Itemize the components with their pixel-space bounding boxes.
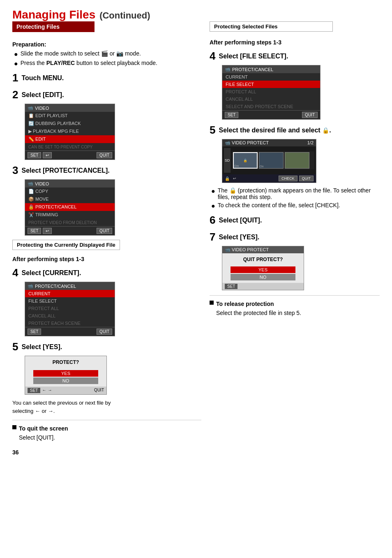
release-protection-section: To release protection Select the protect…: [210, 301, 380, 316]
step-1-row: 1 Touch MENU.: [12, 72, 201, 84]
step-4-current-row: 4 Select [CURRENT].: [12, 266, 201, 279]
current-menu-footer: SET QUIT: [25, 327, 115, 336]
vprotect-main: SD 🔒 Om On: [222, 146, 316, 174]
set-btn-current[interactable]: SET: [28, 329, 41, 335]
fs-menu-footer: SET QUIT: [222, 110, 320, 119]
fs-menu-item-select-protect-scene[interactable]: SELECT AND PROTECT SCENE: [222, 103, 320, 110]
fs-quit-btn[interactable]: QUIT: [302, 112, 318, 118]
yes-option[interactable]: YES: [33, 370, 98, 377]
left-column: Protecting Files Preparation: ● Slide th…: [12, 21, 201, 456]
menu-item-cancel-all[interactable]: CANCEL ALL: [25, 312, 115, 320]
fs-menu-item-protect-all[interactable]: PROTECT ALL: [222, 88, 320, 95]
set-footer-btn[interactable]: SET: [28, 388, 40, 393]
right-column: Protecting Selected Files After performi…: [210, 21, 380, 456]
thumb-3[interactable]: [285, 152, 309, 169]
preparation-label: Preparation:: [12, 41, 201, 48]
vprotect-footer: 🔒 ↩ CHECK QUIT: [222, 174, 316, 183]
quit-dialog-title: 📹 VIDEO PROTECT: [222, 246, 304, 253]
back-btn[interactable]: ↩: [43, 228, 52, 234]
no-option[interactable]: NO: [33, 377, 98, 384]
step-3-row: 3 Select [PROTECT/CANCEL].: [12, 164, 201, 177]
menu-item-current[interactable]: CURRENT: [25, 290, 115, 297]
protecting-selected-files-header: Protecting Selected Files: [210, 21, 380, 35]
page-number: 36: [12, 449, 201, 456]
currently-displayed-section: Protecting the Currently Displayed File …: [12, 240, 201, 415]
current-menu: 📹 PROTECT/CANCEL CURRENT FILE SELECT PRO…: [25, 282, 115, 336]
divider-1: [12, 420, 201, 420]
menu-item-protect-video: PROTECT VIDEO FROM DELETION: [25, 219, 115, 226]
thumb-1[interactable]: 🔒 Om: [233, 152, 258, 169]
menu-item-trimming[interactable]: ✂️ TRIMMING: [25, 211, 115, 219]
black-square-release: [210, 301, 214, 305]
set-button[interactable]: SET: [28, 152, 41, 158]
step-7-row: 7 Select [YES].: [210, 231, 380, 243]
thumb-2[interactable]: On: [259, 152, 284, 169]
menu-header: 📹 VIDEO: [25, 104, 115, 112]
fs-menu-item-current[interactable]: CURRENT: [222, 73, 320, 81]
prep-bullet-2: ● Press the PLAY/REC button to select pl…: [12, 60, 201, 67]
protecting-files-header: Protecting Files: [12, 21, 201, 37]
dialog-footer: SET ← → QUIT: [25, 387, 106, 394]
quit-no-option[interactable]: NO: [231, 274, 295, 280]
page-title: Managing Files (Continued): [12, 8, 380, 21]
vprotect-thumbs: 🔒 Om On: [232, 151, 314, 169]
menu-item-playback-mpg[interactable]: ▶ PLAYBACK MPG FILE: [25, 127, 115, 135]
quit-vp-btn[interactable]: QUIT: [299, 176, 314, 181]
step-5-row: 5 Select [YES].: [12, 340, 201, 353]
quit-btn[interactable]: QUIT: [97, 228, 112, 234]
menu-item-protect-each-scene[interactable]: PROTECT EACH SCENE: [25, 320, 115, 327]
quit-dialog-body: QUIT PROTECT?: [222, 253, 304, 266]
menu-footer-protect: SET ↩ QUIT: [25, 226, 115, 235]
fs-menu-item-file-select[interactable]: FILE SELECT: [222, 81, 320, 88]
quit-btn-current[interactable]: QUIT: [97, 329, 112, 335]
quit-button[interactable]: QUIT: [97, 152, 112, 158]
menu-item-protect-all[interactable]: PROTECT ALL: [25, 305, 115, 312]
protect-dialog: PROTECT? YES NO SET ← → QUIT: [25, 356, 107, 395]
vprotect-header: 📹 VIDEO PROTECT 1/2: [222, 139, 316, 146]
select-note: You can select the previous or next file…: [12, 399, 201, 415]
video-protect-screen: 📹 VIDEO PROTECT 1/2 SD 🔒 Om On: [222, 139, 316, 183]
file-select-menu-header: 📹 PROTECT/CANCEL: [222, 65, 320, 73]
fs-set-btn[interactable]: SET: [225, 112, 238, 118]
menu-item-move[interactable]: 📦 MOVE: [25, 195, 115, 203]
menu-header-protect: 📹 VIDEO: [25, 180, 115, 188]
protect-cancel-menu: 📹 VIDEO 📄 COPY 📦 MOVE 🔒 PROTECT/CANCEL ✂…: [25, 179, 115, 236]
quit-yes-option[interactable]: YES: [231, 266, 295, 273]
step-5-select-row: 5 Select the desired file and select 🔒.: [210, 124, 380, 137]
quit-section: To quit the screen Select [QUIT].: [12, 425, 201, 441]
step-2-row: 2 Select [EDIT].: [12, 88, 201, 101]
menu-item-copy[interactable]: 📄 COPY: [25, 188, 115, 195]
current-menu-header: 📹 PROTECT/CANCEL: [25, 282, 115, 290]
bullet-check-content: ● To check the content of the file, sele…: [210, 202, 380, 210]
sd-icon: SD: [224, 148, 231, 173]
back-button[interactable]: ↩: [43, 152, 52, 158]
black-square-quit: [12, 425, 16, 429]
fs-menu-item-cancel-all[interactable]: CANCEL ALL: [222, 95, 320, 103]
menu-item-protect-cancel[interactable]: 🔒 PROTECT/CANCEL: [25, 203, 115, 211]
quit-protect-dialog: 📹 VIDEO PROTECT QUIT PROTECT? YES NO SET: [222, 246, 304, 290]
prep-bullet-1: ● Slide the mode switch to select 🎬 or 📷…: [12, 50, 201, 58]
quit-text: Select [QUIT].: [12, 434, 201, 441]
release-text: Select the protected file in step 5.: [210, 310, 380, 316]
quit-dialog-set-btn[interactable]: SET: [225, 284, 238, 289]
menu-item-edit[interactable]: ✏️ EDIT: [25, 135, 115, 143]
quit-dialog-footer: SET: [222, 283, 304, 290]
check-btn[interactable]: CHECK: [279, 176, 297, 181]
file-select-menu: 📹 PROTECT/CANCEL CURRENT FILE SELECT PRO…: [222, 65, 321, 120]
menu-footer: SET ↩ QUIT: [25, 150, 115, 160]
bullet-protect-mark: ● The 🔒 (protection) mark appears on the…: [210, 187, 380, 200]
menu-item-file-select[interactable]: FILE SELECT: [25, 297, 115, 305]
menu-item-dubbing[interactable]: 🔄 DUBBING PLAYBACK: [25, 120, 115, 127]
menu-item-edit-playlist[interactable]: 📋 EDIT PLAYLIST: [25, 112, 115, 120]
divider-right: [210, 295, 380, 296]
step-6-row: 6 Select [QUIT].: [210, 214, 380, 227]
step-4-select-row: 4 Select [FILE SELECT].: [210, 50, 380, 63]
menu-item-prevent-copy: CAN BE SET TO PREVENT COPY: [25, 143, 115, 150]
edit-menu: 📹 VIDEO 📋 EDIT PLAYLIST 🔄 DUBBING PLAYBA…: [25, 104, 115, 160]
set-btn[interactable]: SET: [28, 228, 41, 234]
